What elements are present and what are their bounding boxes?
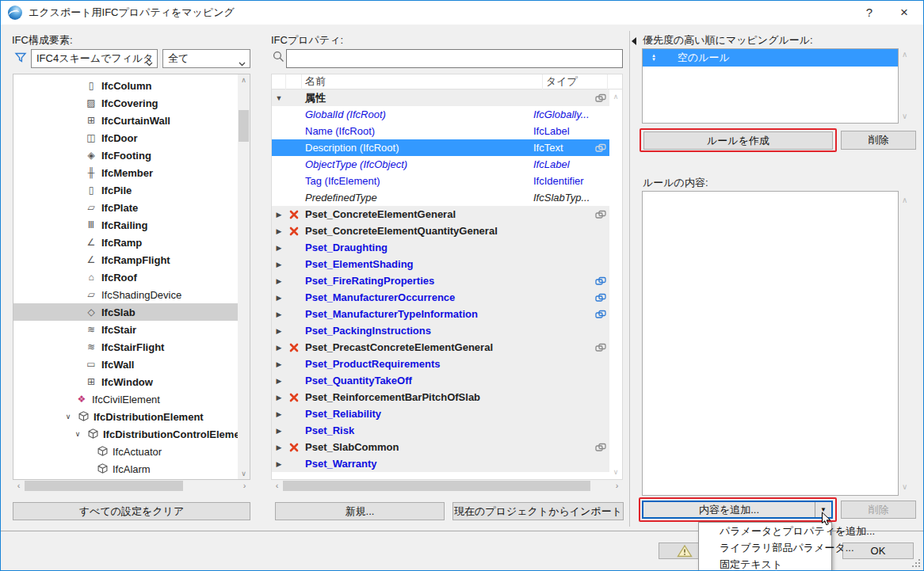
rule-list-item[interactable]: ▲▼空のルール [643,49,898,67]
tree-horizontal-scrollbar[interactable]: ‹› [13,480,250,492]
tree-item-IfcMember[interactable]: ╫IfcMember [13,164,238,181]
property-name: PredefinedType [302,192,530,204]
property-row-Pset_Draughting[interactable]: ▶Pset_Draughting [272,239,609,256]
expand-group-icon[interactable]: ▶ [272,460,286,468]
scrollbar-thumb[interactable] [25,481,183,491]
tree-item-IfcColumn[interactable]: ▯IfcColumn [13,77,238,94]
property-row-ObjectTypeIfcObject[interactable]: ObjectType (IfcObject)IfcLabel [272,156,609,173]
excluded-x-icon [286,226,302,236]
tree-item-IfcWindow[interactable]: ⊞IfcWindow [13,373,238,390]
expand-group-icon[interactable]: ▶ [272,410,286,418]
chevron-down-icon[interactable]: ∨ [61,413,75,421]
resize-grip[interactable] [911,558,920,567]
delete-content-button[interactable]: 削除 [841,501,916,519]
chevron-down-icon[interactable]: ∨ [71,430,85,438]
tree-item-IfcDoor[interactable]: ◫IfcDoor [13,129,238,147]
tree-item-IfcDistributionElement[interactable]: ∨IfcDistributionElement [13,408,238,425]
property-row-PredefinedType[interactable]: PredefinedTypeIfcSlabTyp... [272,189,609,206]
collapse-group-icon[interactable]: ▼ [272,94,286,102]
tree-item-IfcStair[interactable]: ≋IfcStair [13,321,238,338]
property-row-DescriptionIfcRoot[interactable]: Description (IfcRoot)IfcText [272,139,609,156]
tree-item-IfcDistributionControlElement[interactable]: ∨IfcDistributionControlElement [13,425,238,443]
property-row-Pset_PackingInstructions[interactable]: ▶Pset_PackingInstructions [272,322,609,339]
property-row-Pset_Warranty[interactable]: ▶Pset_Warranty [272,455,609,472]
property-row-Pset_ManufacturerOccurrence[interactable]: ▶Pset_ManufacturerOccurrence [272,289,609,306]
add-content-button[interactable]: 内容を追加... [643,502,815,517]
scheme-filter-select[interactable]: IFC4スキームでフィルタ [31,49,158,68]
tree-item-IfcPlate[interactable]: ▱IfcPlate [13,199,238,216]
expand-group-icon[interactable]: ▶ [272,244,286,252]
expand-group-icon[interactable]: ▶ [272,211,286,219]
expand-group-icon[interactable]: ▶ [272,227,286,235]
property-row-[interactable]: ▼属性 [272,89,609,106]
help-button[interactable]: ? [853,1,885,25]
expand-group-icon[interactable]: ▶ [272,277,286,285]
new-button[interactable]: 新規... [275,502,445,520]
property-search-input[interactable] [287,50,622,67]
expand-group-icon[interactable]: ▶ [272,360,286,368]
tree-item-IfcShadingDevice[interactable]: ▱IfcShadingDevice [13,286,238,303]
tree-item-IfcAlarm[interactable]: IfcAlarm [13,460,238,478]
property-row-Pset_QuantityTakeOff[interactable]: ▶Pset_QuantityTakeOff [272,372,609,389]
tree-item-IfcWall[interactable]: ▭IfcWall [13,356,238,373]
expand-group-icon[interactable]: ▶ [272,261,286,268]
scroll-down-icon[interactable]: ∨ [902,482,907,491]
property-row-Pset_SlabCommon[interactable]: ▶Pset_SlabCommon [272,439,609,455]
expand-group-icon[interactable]: ▶ [272,394,286,402]
property-row-Pset_ElementShading[interactable]: ▶Pset_ElementShading [272,256,609,272]
property-row-Pset_ProductRequirements[interactable]: ▶Pset_ProductRequirements [272,356,609,372]
property-row-Pset_Risk[interactable]: ▶Pset_Risk [272,422,609,439]
expand-group-icon[interactable]: ▶ [272,344,286,352]
expand-group-icon[interactable]: ▶ [272,427,286,435]
filter-funnel-icon [14,51,27,67]
property-row-Pset_ConcreteElementGeneral[interactable]: ▶Pset_ConcreteElementGeneral [272,206,609,223]
type-filter-select[interactable]: 全て [162,49,250,68]
property-row-Pset_ReinforcementBarPitchOfSlab[interactable]: ▶Pset_ReinforcementBarPitchOfSlab [272,389,609,405]
property-row-Pset_Reliability[interactable]: ▶Pset_Reliability [272,405,609,422]
tree-item-IfcRailing[interactable]: ⅢIfcRailing [13,216,238,234]
tree-item-IfcStairFlight[interactable]: ≋IfcStairFlight [13,338,238,356]
scroll-up-icon[interactable]: ∧ [902,196,907,204]
expand-group-icon[interactable]: ▶ [272,377,286,385]
expand-group-icon[interactable]: ▶ [272,294,286,302]
scrollbar-thumb[interactable] [283,481,590,491]
tree-item-IfcRampFlight[interactable]: ∠IfcRampFlight [13,251,238,268]
tree-item-IfcSlab[interactable]: ◇IfcSlab [13,303,238,321]
property-row-Pset_ManufacturerTypeInformation[interactable]: ▶Pset_ManufacturerTypeInformation [272,306,609,322]
tree-item-IfcPile[interactable]: ▯IfcPile [13,181,238,199]
collapse-panel-icon[interactable] [632,37,636,45]
tree-item-IfcCurtainWall[interactable]: ⊞IfcCurtainWall [13,112,238,129]
tree-item-label: IfcAlarm [113,463,151,475]
clear-all-settings-button[interactable]: すべての設定をクリア [13,502,250,520]
create-rule-button[interactable]: ルールを作成 [643,131,833,150]
tree-item-IfcActuator[interactable]: IfcActuator [13,443,238,460]
expand-group-icon[interactable]: ▶ [272,310,286,318]
expand-group-icon[interactable]: ▶ [272,443,286,451]
table-vertical-scrollbar[interactable]: ∧ ∨ [609,89,622,479]
close-button[interactable]: × [888,1,920,25]
menu-item[interactable]: 固定テキスト [699,556,831,571]
tree-item-IfcRoof[interactable]: ⌂IfcRoof [13,268,238,286]
tree-item-IfcRamp[interactable]: ∠IfcRamp [13,234,238,251]
property-row-Pset_FireRatingProperties[interactable]: ▶Pset_FireRatingProperties [272,272,609,289]
menu-item[interactable]: パラメータとプロパティを追加... [699,523,831,539]
tree-item-IfcCovering[interactable]: ▨IfcCovering [13,94,238,112]
scrollbar-thumb[interactable] [239,110,249,142]
reorder-handle-icon[interactable]: ▲▼ [649,54,659,62]
property-row-TagIfcElement[interactable]: Tag (IfcElement)IfcIdentifier [272,173,609,189]
menu-item[interactable]: ライブラリ部品パラメータ... [699,539,831,556]
tree-item-IfcCivilElement[interactable]: ❖IfcCivilElement [13,390,238,408]
expand-group-icon[interactable]: ▶ [272,327,286,335]
import-from-project-button[interactable]: 現在のプロジェクトからインポート [452,502,624,520]
table-horizontal-scrollbar[interactable]: ‹› [271,480,623,492]
scroll-down-icon[interactable]: ∨ [902,112,907,120]
property-row-Pset_PrecastConcreteElementGeneral[interactable]: ▶Pset_PrecastConcreteElementGeneral [272,339,609,356]
scroll-up-icon[interactable]: ∧ [902,50,907,59]
tree-item-IfcFooting[interactable]: ◈IfcFooting [13,147,238,164]
property-row-NameIfcRoot[interactable]: Name (IfcRoot)IfcLabel [272,123,609,139]
property-row-Pset_ConcreteElementQuantityGeneral[interactable]: ▶Pset_ConcreteElementQuantityGeneral [272,223,609,239]
add-content-split-button[interactable]: 内容を追加... ▼ [642,501,833,519]
tree-vertical-scrollbar[interactable]: ∧ ∨ [238,74,250,479]
property-row-GlobalIdIfcRoot[interactable]: GlobalId (IfcRoot)IfcGlobally... [272,106,609,123]
delete-rule-button[interactable]: 削除 [841,131,916,150]
